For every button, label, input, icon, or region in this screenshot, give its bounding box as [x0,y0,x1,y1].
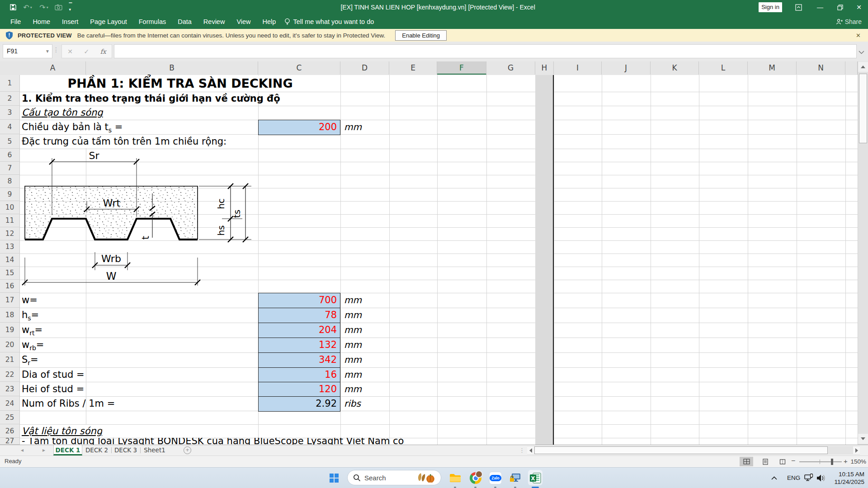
undo-icon[interactable]: ↶▾ [22,0,33,14]
ribbon-tab-review[interactable]: Review [198,14,231,29]
tray-clock[interactable]: 10:15 AM 11/24/2025 [826,470,864,486]
vertical-scrollbar[interactable] [858,61,868,445]
file-explorer-icon[interactable] [448,471,462,485]
network-icon[interactable] [803,471,815,485]
column-header-D[interactable]: D [340,61,389,75]
ribbon-tab-view[interactable]: View [231,14,256,29]
column-header-K[interactable]: K [651,61,699,75]
row-header-21[interactable]: 21 [0,352,20,367]
row-header-24[interactable]: 24 [0,396,20,411]
row-header-4[interactable]: 4 [0,120,20,134]
search-box[interactable]: Search [347,470,441,485]
value-cell-row-20[interactable]: 132 [258,338,340,353]
row-header-14[interactable]: 14 [0,253,20,267]
name-box[interactable]: F91▼ [3,44,52,58]
row-header-19[interactable]: 19 [0,323,20,338]
cell-label-row-19[interactable]: wrt= [22,323,42,338]
ribbon-tab-data[interactable]: Data [172,14,198,29]
row-header-15[interactable]: 15 [0,267,20,280]
page-break-preview-icon[interactable] [776,457,789,466]
row-header-10[interactable]: 10 [0,201,20,214]
ribbon-tab-insert[interactable]: Insert [56,14,84,29]
tab-scroll-right-icon[interactable]: ▸ [42,445,45,455]
column-header-F[interactable]: F [437,61,486,75]
new-sheet-button[interactable]: + [184,446,191,454]
cell-text-row-3[interactable]: Cấu tạo tôn sóng [22,106,103,120]
sign-in-button[interactable]: Sign in [759,2,782,12]
cell-label-row-20[interactable]: wrb= [22,338,44,352]
row-header-22[interactable]: 22 [0,367,20,382]
horizontal-scrollbar-thumb[interactable] [534,446,828,454]
formula-bar-grip[interactable]: ⋮ [53,46,59,53]
row-header-5[interactable]: 5 [0,134,20,149]
sheet-tab-deck-2[interactable]: DECK 2 [82,445,111,455]
row-header-20[interactable]: 20 [0,338,20,352]
row-header-25[interactable]: 25 [0,411,20,424]
column-header-B[interactable]: B [86,61,258,75]
zoom-slider-thumb[interactable] [831,459,833,465]
tray-chevron-icon[interactable] [769,471,779,485]
cell-text-row-27[interactable]: - Tấm tôn dùng loại Lysaght BONDESK của … [22,438,404,445]
column-header-I[interactable]: I [554,61,602,75]
enable-editing-button[interactable]: Enable Editing [395,30,447,41]
excel-icon[interactable]: X [528,471,542,485]
ribbon-tab-home[interactable]: Home [27,14,56,29]
value-cell-row-4[interactable]: 200 [258,120,340,135]
zalo-icon[interactable]: Zalo [489,471,502,485]
value-cell-row-18[interactable]: 78 [258,308,340,324]
start-button[interactable] [327,471,341,485]
value-cell-row-24[interactable]: 2.92 [258,396,340,412]
row-header-13[interactable]: 13 [0,240,20,253]
qat-customize-icon[interactable]: ▔▾ [66,0,75,14]
tell-me-box[interactable]: Tell me what you want to do [282,14,374,29]
value-cell-row-21[interactable]: 342 [258,352,340,368]
row-header-17[interactable]: 17 [0,293,20,308]
row-header-26[interactable]: 26 [0,424,20,438]
save-icon[interactable] [8,0,18,14]
restore-button[interactable] [831,0,849,14]
column-header-A[interactable]: A [20,61,86,75]
row-header-16[interactable]: 16 [0,280,20,293]
column-header-G[interactable]: G [486,61,535,75]
row-header-1[interactable]: 1 [0,75,20,92]
sheet-tab-deck-1[interactable]: DECK 1 [53,445,82,455]
unit-cell-row-17[interactable]: mm [344,293,362,308]
column-header-partial[interactable] [845,61,858,75]
chrome-icon[interactable] [469,471,482,485]
row-header-6[interactable]: 6 [0,149,20,162]
unit-cell-row-19[interactable]: mm [344,323,362,338]
unit-cell-row-4[interactable]: mm [344,120,362,134]
enter-icon[interactable]: ✓ [84,48,89,55]
ribbon-tab-help[interactable]: Help [257,14,282,29]
scroll-left-icon[interactable] [527,446,534,454]
cell-label-row-4[interactable]: Chiều dày bản là ts = [22,120,123,134]
row-header-18[interactable]: 18 [0,308,20,323]
unit-cell-row-20[interactable]: mm [344,338,362,352]
unit-cell-row-23[interactable]: mm [344,382,362,396]
hscroll-grip[interactable]: ⋮ [519,447,525,454]
ribbon-tab-formulas[interactable]: Formulas [133,14,172,29]
row-header-23[interactable]: 23 [0,382,20,396]
banner-close-icon[interactable]: ✕ [856,32,861,39]
insert-function-icon[interactable]: fx [100,48,106,55]
value-cell-row-23[interactable]: 120 [258,382,340,397]
row-header-12[interactable]: 12 [0,227,20,240]
share-button[interactable]: Share [836,14,862,29]
column-header-L[interactable]: L [699,61,748,75]
zoom-out-button[interactable]: − [791,457,795,465]
sheet-tab-deck-3[interactable]: DECK 3 [111,445,140,455]
column-header-J[interactable]: J [602,61,651,75]
scroll-up-icon[interactable] [858,62,868,72]
cell-text-row-2[interactable]: 1. Kiểm tra theo trạng thái giới hạn về … [22,92,280,106]
cell-label-row-22[interactable]: Dia of stud = [22,367,85,382]
cell-text-row-26[interactable]: Vật liệu tôn sóng [22,424,102,438]
ribbon-tab-file[interactable]: File [5,14,27,29]
row-header-27[interactable]: 27 [0,438,20,445]
cell-label-row-18[interactable]: hs= [22,308,39,323]
close-button[interactable]: ✕ [850,0,868,14]
formula-input[interactable] [114,44,857,58]
unit-cell-row-22[interactable]: mm [344,367,362,382]
column-header-N[interactable]: N [797,61,845,75]
sheet-tab-sheet1[interactable]: Sheet1 [140,445,169,455]
name-box-dropdown-icon[interactable]: ▼ [45,45,50,58]
